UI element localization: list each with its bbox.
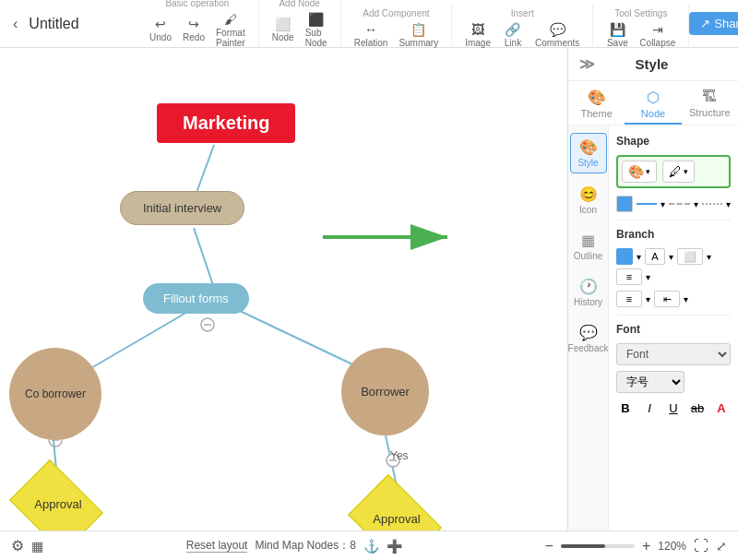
branch-chevron-4[interactable]: ▾ xyxy=(646,272,650,282)
toolbar-left: ‹ Untitled xyxy=(7,14,137,34)
toolbar-group-basic: Basic operation ↩Undo ↪Redo 🖌Format Pain… xyxy=(137,0,259,54)
panel-side-icons: 🎨 Style 😊 Icon ▦ Outline 🕐 History 💬 xyxy=(568,125,609,530)
bold-button[interactable]: B xyxy=(616,399,635,417)
fit-icon[interactable]: ⤢ xyxy=(716,539,727,554)
settings-icon[interactable]: ⚙ xyxy=(11,537,24,554)
branch-chevron-3[interactable]: ▾ xyxy=(707,252,711,262)
font-color-button[interactable]: A xyxy=(712,399,731,417)
share-button[interactable]: ↗ Share xyxy=(689,12,738,35)
group-items-insert: 🖼Image 🔗Link 💬Comments xyxy=(461,20,583,50)
font-section-title: Font xyxy=(616,323,731,336)
line-color-swatch-1[interactable] xyxy=(616,196,633,212)
format-painter-button[interactable]: 🖌Format Painter xyxy=(212,10,249,50)
node-button[interactable]: ⬜Node xyxy=(268,15,298,44)
undo-button[interactable]: ↩Undo xyxy=(146,15,175,44)
svg-point-3 xyxy=(201,318,214,331)
collapse-button[interactable]: ⇥Collapse xyxy=(636,20,679,50)
shape-section-title: Shape xyxy=(616,135,731,148)
branch-align-btn[interactable]: ≡ xyxy=(616,268,642,285)
link-button[interactable]: 🔗Link xyxy=(498,20,528,50)
tab-theme[interactable]: 🎨 Theme xyxy=(568,81,625,125)
summary-button[interactable]: 📋Summary xyxy=(395,20,442,50)
save-button[interactable]: 💾Save xyxy=(602,20,632,50)
branch-style-btn-1[interactable]: A xyxy=(645,248,665,265)
font-family-select[interactable]: Font xyxy=(616,343,731,365)
chevron-down-icon-2[interactable]: ▾ xyxy=(694,199,698,209)
underline-button[interactable]: U xyxy=(664,399,683,417)
node-tab-icon: ⬡ xyxy=(647,89,660,106)
node-borrower[interactable]: Borrower xyxy=(341,348,429,435)
shape-fill-chevron: ▾ xyxy=(646,167,650,176)
divider-2 xyxy=(616,315,731,316)
icon-icon: 😊 xyxy=(579,185,598,203)
side-icon-icon[interactable]: 😊 Icon xyxy=(570,181,607,220)
branch-chevron-1[interactable]: ▾ xyxy=(637,252,641,262)
redo-button[interactable]: ↪Redo xyxy=(179,15,208,44)
side-icon-feedback[interactable]: 💬 Feedback xyxy=(570,319,607,358)
green-arrow-icon xyxy=(314,219,461,256)
italic-button[interactable]: I xyxy=(640,399,659,417)
shape-border-button[interactable]: 🖊 ▾ xyxy=(662,161,695,183)
zoom-slider[interactable] xyxy=(561,544,635,548)
font-size-select[interactable]: 字号 xyxy=(616,371,684,393)
line-dotted xyxy=(702,203,722,205)
line-solid xyxy=(637,203,657,205)
node-marketing[interactable]: Marketing xyxy=(157,103,295,143)
branch-row-2: ≡ ▾ ⇤ ▾ xyxy=(616,291,731,307)
outline-icon: ▦ xyxy=(581,232,595,249)
side-icon-outline[interactable]: ▦ Outline xyxy=(570,227,607,266)
share-icon: ↗ xyxy=(700,17,710,30)
node-initial-interview[interactable]: Initial interview xyxy=(120,191,244,225)
branch-style-btn-2[interactable]: ⬜ xyxy=(677,248,703,265)
back-button[interactable]: ‹ xyxy=(7,14,23,34)
chevron-down-icon-1[interactable]: ▾ xyxy=(661,199,665,209)
branch-row-1: ▾ A ▾ ⬜ ▾ ≡ ▾ xyxy=(616,248,731,285)
side-icon-style[interactable]: 🎨 Style xyxy=(570,133,607,173)
branch-chevron-6[interactable]: ▾ xyxy=(684,294,688,304)
image-button[interactable]: 🖼Image xyxy=(461,20,494,50)
status-bar-right: − + 120% ⛶ ⤢ xyxy=(545,538,727,554)
toolbar-group-insert: Insert 🖼Image 🔗Link 💬Comments xyxy=(452,5,593,54)
subnode-button[interactable]: ⬛Sub Node xyxy=(302,10,331,50)
tab-node[interactable]: ⬡ Node xyxy=(625,81,681,125)
canvas[interactable]: Marketing Initial interview Fillout form… xyxy=(0,48,567,530)
grid-icon[interactable]: ▦ xyxy=(31,539,43,554)
shape-border-icon: 🖊 xyxy=(669,164,682,179)
panel-content: Shape 🎨 ▾ 🖊 ▾ ▾ xyxy=(609,125,738,530)
plus-icon[interactable]: ➕ xyxy=(387,539,402,554)
chevron-down-icon-3[interactable]: ▾ xyxy=(726,199,731,209)
shape-row: 🎨 ▾ 🖊 ▾ xyxy=(616,155,731,188)
font-format-row: B I U ab A xyxy=(616,399,731,417)
reset-layout-button[interactable]: Reset layout xyxy=(186,539,248,553)
comments-button[interactable]: 💬Comments xyxy=(531,20,583,50)
strikethrough-button[interactable]: ab xyxy=(688,399,707,417)
branch-btn-5[interactable]: ≡ xyxy=(616,291,642,307)
divider-1 xyxy=(616,220,731,220)
main-area: Marketing Initial interview Fillout form… xyxy=(0,48,738,530)
node-approval-left[interactable] xyxy=(9,459,103,530)
panel-collapse-icon[interactable]: ≫ xyxy=(579,55,595,73)
tab-structure[interactable]: 🏗 Structure xyxy=(682,81,738,125)
branch-chevron-5[interactable]: ▾ xyxy=(646,294,650,304)
group-label-insert: Insert xyxy=(511,8,534,18)
branch-btn-6[interactable]: ⇤ xyxy=(654,291,680,307)
branch-section-title: Branch xyxy=(616,228,731,241)
yes-label: Yes xyxy=(390,449,409,462)
side-icon-history[interactable]: 🕐 History xyxy=(570,273,607,312)
toolbar: ‹ Untitled Basic operation ↩Undo ↪Redo 🖌… xyxy=(0,0,738,48)
line-dashed xyxy=(669,203,689,205)
zoom-minus-button[interactable]: − xyxy=(545,538,554,554)
group-items-addnode: ⬜Node ⬛Sub Node xyxy=(268,10,331,50)
zoom-plus-button[interactable]: + xyxy=(642,538,650,554)
shape-fill-button[interactable]: 🎨 ▾ xyxy=(622,161,657,183)
branch-chevron-2[interactable]: ▾ xyxy=(669,252,673,262)
branch-color-swatch[interactable] xyxy=(616,248,633,265)
toolbar-group-toolsettings: Tool Settings 💾Save ⇥Collapse xyxy=(593,5,689,54)
fullscreen-icon[interactable]: ⛶ xyxy=(694,538,708,554)
node-fillout-forms[interactable]: Fillout forms xyxy=(143,283,249,314)
relation-button[interactable]: ↔Relation xyxy=(351,20,392,50)
toolbar-group-addnode: Add Node ⬜Node ⬛Sub Node xyxy=(259,0,341,54)
panel-sidebar: 🎨 Style 😊 Icon ▦ Outline 🕐 History 💬 xyxy=(568,125,738,530)
node-co-borrower[interactable]: Co borrower xyxy=(9,348,101,440)
group-label-addcomponent: Add Component xyxy=(363,8,429,18)
